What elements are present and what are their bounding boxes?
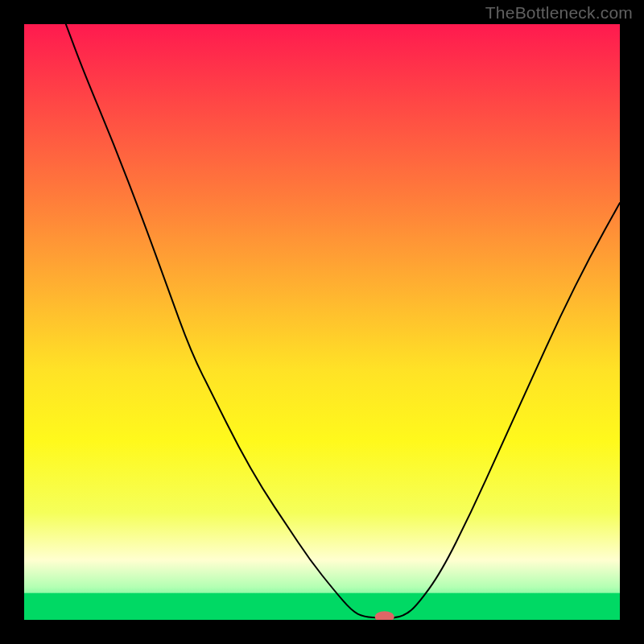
bottleneck-chart: [0, 0, 644, 644]
chart-container: TheBottleneck.com: [0, 0, 644, 644]
optimal-green-band: [24, 593, 620, 620]
gradient-background: [24, 24, 620, 620]
watermark-text: TheBottleneck.com: [485, 3, 633, 23]
optimal-marker: [375, 611, 394, 622]
